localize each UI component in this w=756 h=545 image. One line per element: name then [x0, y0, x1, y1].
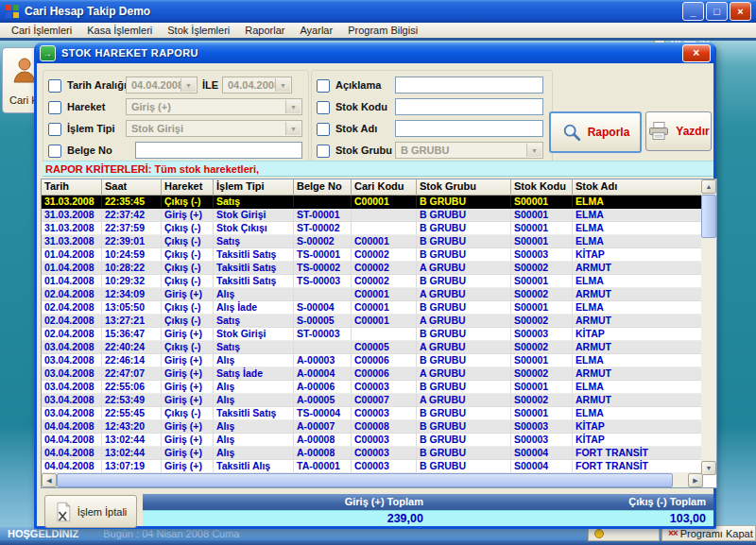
menu-item[interactable]: Raporlar [237, 24, 292, 37]
date-from-select[interactable]: 04.04.2008 ▼ [126, 77, 198, 94]
chevron-down-icon[interactable]: ▼ [275, 78, 290, 92]
table-cell: Çıkış (-) [162, 248, 214, 261]
checkbox-stok-kodu[interactable] [317, 101, 330, 114]
window-titlebar: Cari Hesap Takip Demo _ □ × [0, 0, 756, 23]
column-header[interactable]: Hareket [162, 179, 214, 196]
menu-item[interactable]: Stok İşlemleri [160, 24, 237, 37]
column-header[interactable]: Stok Adı [573, 179, 703, 196]
menu-item[interactable]: Ayarlar [292, 24, 340, 37]
table-row[interactable]: 02.04.200812:34:09Giriş (+)AlışC00001A G… [42, 288, 716, 301]
table-cell: S00001 [511, 196, 573, 208]
vertical-scrollbar[interactable]: ▲ ▼ [701, 179, 716, 475]
islem-tipi-select[interactable]: Stok Girişi ▼ [126, 120, 302, 137]
stock-movements-table: TarihSaatHareketİşlem TipiBelge NoCari K… [41, 179, 717, 488]
table-cell: B GRUBU [417, 222, 511, 234]
table-cell: S00004 [511, 460, 573, 472]
table-cell: B GRUBU [417, 328, 511, 340]
chevron-down-icon[interactable]: ▼ [526, 144, 541, 157]
table-cell [294, 196, 352, 208]
checkbox-belge-no[interactable] [48, 145, 61, 158]
scroll-down-button[interactable]: ▼ [701, 461, 716, 475]
maximize-button[interactable]: □ [706, 2, 728, 21]
date-to-select[interactable]: 04.04.2008 ▼ [222, 77, 292, 94]
column-header[interactable]: Stok Grubu [417, 179, 511, 196]
table-cell: B GRUBU [417, 209, 511, 221]
column-header[interactable]: Saat [102, 179, 162, 196]
horizontal-scrollbar[interactable]: ◀ ▶ [42, 473, 703, 487]
table-row[interactable]: 04.04.200813:07:19Giriş (+)Taksitli Alış… [42, 460, 716, 473]
scroll-right-button[interactable]: ▶ [688, 473, 703, 487]
checkbox-stok-grubu[interactable] [317, 145, 330, 158]
menu-item[interactable]: Program Bilgisi [340, 24, 425, 37]
table-row[interactable]: 03.04.200822:46:14Giriş (+)AlışA-00003C0… [42, 354, 716, 367]
table-cell: A-00008 [294, 447, 352, 459]
table-cell: B GRUBU [417, 460, 511, 472]
cikis-toplam-label: Çıkış (-) Toplam [431, 494, 713, 510]
minimize-button[interactable]: _ [682, 2, 704, 21]
chevron-down-icon[interactable]: ▼ [285, 100, 301, 113]
aciklama-input[interactable] [395, 77, 543, 94]
table-row[interactable]: 02.04.200815:36:47Giriş (+)Stok GirişiST… [42, 328, 716, 341]
table-cell [352, 328, 417, 340]
column-header[interactable]: Cari Kodu [352, 179, 417, 196]
checkbox-islem-tipi[interactable] [48, 123, 61, 136]
checkbox-aciklama[interactable] [317, 79, 330, 93]
yazdir-button[interactable]: Yazdır [645, 111, 712, 151]
table-row[interactable]: 01.04.200810:24:59Çıkış (-)Taksitli Satı… [42, 248, 716, 262]
table-row[interactable]: 03.04.200822:55:45Çıkış (-)Taksitli Satı… [42, 407, 716, 420]
table-row[interactable]: 03.04.200822:55:06Giriş (+)AlışA-00006C0… [42, 381, 716, 394]
table-row[interactable]: 31.03.200822:37:42Giriş (+)Stok GirişiST… [42, 209, 716, 222]
column-header[interactable]: İşlem Tipi [214, 179, 294, 196]
belge-no-input[interactable] [135, 142, 302, 159]
table-cell: Alış [214, 394, 294, 406]
stok-adi-input[interactable] [395, 120, 543, 137]
checkbox-hareket[interactable] [48, 101, 61, 114]
menu-item[interactable]: Kasa İşlemleri [79, 24, 160, 37]
label-hareket: Hareket [67, 101, 105, 112]
table-cell: A GRUBU [417, 262, 511, 274]
table-cell: Çıkış (-) [162, 315, 214, 327]
table-row[interactable]: 04.04.200812:43:20Giriş (+)AlışA-00007C0… [42, 420, 716, 434]
table-row[interactable]: 31.03.200822:35:45Çıkış (-)SatışC00001B … [42, 196, 716, 209]
raporla-button[interactable]: Raporla [549, 111, 642, 153]
table-row[interactable]: 03.04.200822:40:24Çıkış (-)SatışC00005A … [42, 341, 716, 354]
scroll-up-button[interactable]: ▲ [701, 179, 716, 194]
checkbox-stok-adi[interactable] [317, 123, 330, 136]
table-cell: 22:37:42 [102, 209, 162, 221]
menu-item[interactable]: Cari İşlemleri [4, 24, 79, 37]
vertical-scroll-thumb[interactable] [701, 195, 716, 238]
table-cell: KİTAP [573, 434, 703, 446]
table-cell: 13:05:50 [102, 301, 162, 314]
chevron-down-icon[interactable]: ▼ [285, 122, 301, 135]
hareket-select[interactable]: Giriş (+) ▼ [126, 98, 302, 115]
table-row[interactable]: 31.03.200822:39:01Çıkış (-)SatışS-00002C… [42, 235, 716, 248]
table-cell: S00002 [511, 394, 573, 406]
stok-kodu-input[interactable] [395, 98, 543, 115]
table-row[interactable]: 02.04.200813:27:21Çıkış (-)SatışS-00005C… [42, 315, 716, 328]
column-header[interactable]: Tarih [42, 179, 102, 196]
islem-iptali-button[interactable]: İşlem İptali [44, 495, 137, 528]
column-header[interactable]: Stok Kodu [511, 179, 573, 196]
checkbox-tarih-araligi[interactable] [48, 79, 61, 93]
dialog-close-button[interactable]: × [682, 44, 711, 62]
table-row[interactable]: 02.04.200813:05:50Çıkış (-)Alış İadeS-00… [42, 301, 716, 315]
table-row[interactable]: 03.04.200822:47:07Giriş (+)Satış İadeA-0… [42, 367, 716, 381]
stok-grubu-select[interactable]: B GRUBU ▼ [395, 142, 543, 159]
table-row[interactable]: 04.04.200813:02:44Giriş (+)AlışA-00008C0… [42, 447, 716, 460]
table-row[interactable]: 31.03.200822:37:59Çıkış (-)Stok ÇıkışıST… [42, 222, 716, 235]
scroll-left-button[interactable]: ◀ [42, 473, 57, 487]
table-cell: S-00004 [294, 301, 352, 314]
table-row[interactable]: 03.04.200822:53:49Giriş (+)AlışA-00005C0… [42, 394, 716, 407]
column-header[interactable]: Belge No [294, 179, 352, 196]
close-button[interactable]: × [730, 2, 751, 21]
table-cell: ST-00001 [294, 209, 352, 221]
table-row[interactable]: 01.04.200810:28:22Çıkış (-)Taksitli Satı… [42, 262, 716, 275]
table-row[interactable]: 04.04.200813:02:44Giriş (+)AlışA-00008C0… [42, 434, 716, 447]
close-program-icon: ×× [668, 528, 678, 538]
table-row[interactable]: 01.04.200810:29:32Çıkış (-)Taksitli Satı… [42, 275, 716, 288]
table-cell: C00002 [352, 262, 417, 274]
horizontal-scroll-thumb[interactable] [57, 473, 673, 487]
table-cell: ARMUT [573, 341, 703, 353]
table-cell: 02.04.2008 [42, 301, 102, 314]
chevron-down-icon[interactable]: ▼ [180, 78, 196, 92]
